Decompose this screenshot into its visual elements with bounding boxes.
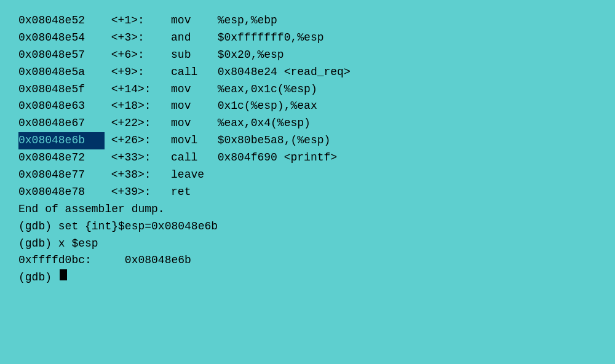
asm-line-3: 0x08048e5a <+9>: call 0x8048e24 <read_re… bbox=[18, 64, 597, 81]
offset-5: <+18>: bbox=[105, 98, 157, 115]
mnemonic-8: call bbox=[157, 149, 204, 167]
addr-3: 0x08048e5a bbox=[18, 64, 105, 81]
footer-text-1: End of assembler dump. bbox=[18, 201, 165, 218]
footer-line-4: 0xffffd0bc: 0x08048e6b bbox=[18, 252, 597, 269]
operands-4: %eax,0x1c(%esp) bbox=[204, 81, 317, 98]
operands-6: %eax,0x4(%esp) bbox=[204, 115, 311, 132]
offset-6: <+22>: bbox=[105, 115, 157, 132]
mnemonic-7: movl bbox=[157, 132, 204, 149]
offset-8: <+33>: bbox=[105, 149, 157, 167]
footer-text-3: (gdb) x $esp bbox=[18, 235, 98, 253]
mnemonic-2: sub bbox=[157, 47, 204, 64]
addr-5: 0x08048e63 bbox=[18, 98, 105, 115]
asm-line-8: 0x08048e72 <+33>: call 0x804f690 <printf… bbox=[18, 149, 597, 167]
offset-10: <+39>: bbox=[105, 184, 157, 201]
operands-7: $0x80be5a8,(%esp) bbox=[204, 132, 330, 149]
addr-7-highlighted: 0x08048e6b bbox=[18, 132, 105, 149]
mnemonic-5: mov bbox=[157, 98, 204, 115]
mnemonic-10: ret bbox=[157, 184, 204, 201]
offset-0: <+1>: bbox=[105, 12, 157, 30]
asm-line-0: 0x08048e52 <+1>: mov %esp,%ebp bbox=[18, 12, 597, 30]
mnemonic-4: mov bbox=[157, 81, 204, 98]
footer-line-3: (gdb) x $esp bbox=[18, 235, 597, 253]
asm-line-9: 0x08048e77 <+38>: leave bbox=[18, 167, 597, 184]
cursor bbox=[60, 269, 67, 280]
addr-4: 0x08048e5f bbox=[18, 81, 105, 98]
offset-2: <+6>: bbox=[105, 47, 157, 64]
addr-1: 0x08048e54 bbox=[18, 30, 105, 47]
asm-line-5: 0x08048e63 <+18>: mov 0x1c(%esp),%eax bbox=[18, 98, 597, 115]
operands-0: %esp,%ebp bbox=[204, 12, 277, 30]
gdb-prompt-line[interactable]: (gdb) bbox=[18, 269, 597, 287]
addr-9: 0x08048e77 bbox=[18, 167, 105, 184]
operands-8: 0x804f690 <printf> bbox=[204, 149, 337, 167]
footer-line-2: (gdb) set {int}$esp=0x08048e6b bbox=[18, 218, 597, 235]
terminal-window: 0x08048e52 <+1>: mov %esp,%ebp 0x08048e5… bbox=[6, 6, 609, 358]
offset-7: <+26>: bbox=[105, 132, 157, 149]
asm-line-6: 0x08048e67 <+22>: mov %eax,0x4(%esp) bbox=[18, 115, 597, 132]
addr-6: 0x08048e67 bbox=[18, 115, 105, 132]
footer-line-1: End of assembler dump. bbox=[18, 201, 597, 218]
mnemonic-9: leave bbox=[157, 167, 204, 184]
asm-line-7: 0x08048e6b <+26>: movl $0x80be5a8,(%esp) bbox=[18, 132, 597, 149]
addr-0: 0x08048e52 bbox=[18, 12, 105, 30]
offset-4: <+14>: bbox=[105, 81, 157, 98]
gdb-prompt-text: (gdb) bbox=[18, 269, 58, 287]
addr-8: 0x08048e72 bbox=[18, 149, 105, 167]
offset-9: <+38>: bbox=[105, 167, 157, 184]
addr-10: 0x08048e78 bbox=[18, 184, 105, 201]
offset-3: <+9>: bbox=[105, 64, 157, 81]
operands-3: 0x8048e24 <read_req> bbox=[204, 64, 351, 81]
operands-1: $0xfffffff0,%esp bbox=[204, 30, 323, 47]
operands-2: $0x20,%esp bbox=[204, 47, 284, 64]
asm-line-4: 0x08048e5f <+14>: mov %eax,0x1c(%esp) bbox=[18, 81, 597, 98]
addr-2: 0x08048e57 bbox=[18, 47, 105, 64]
asm-line-10: 0x08048e78 <+39>: ret bbox=[18, 184, 597, 201]
asm-line-2: 0x08048e57 <+6>: sub $0x20,%esp bbox=[18, 47, 597, 64]
asm-line-1: 0x08048e54 <+3>: and $0xfffffff0,%esp bbox=[18, 30, 597, 47]
mnemonic-1: and bbox=[157, 30, 204, 47]
operands-5: 0x1c(%esp),%eax bbox=[204, 98, 317, 115]
footer-text-2: (gdb) set {int}$esp=0x08048e6b bbox=[18, 218, 218, 235]
offset-1: <+3>: bbox=[105, 30, 157, 47]
footer-text-4: 0xffffd0bc: 0x08048e6b bbox=[18, 252, 191, 269]
mnemonic-3: call bbox=[157, 64, 204, 81]
mnemonic-0: mov bbox=[157, 12, 204, 30]
mnemonic-6: mov bbox=[157, 115, 204, 132]
